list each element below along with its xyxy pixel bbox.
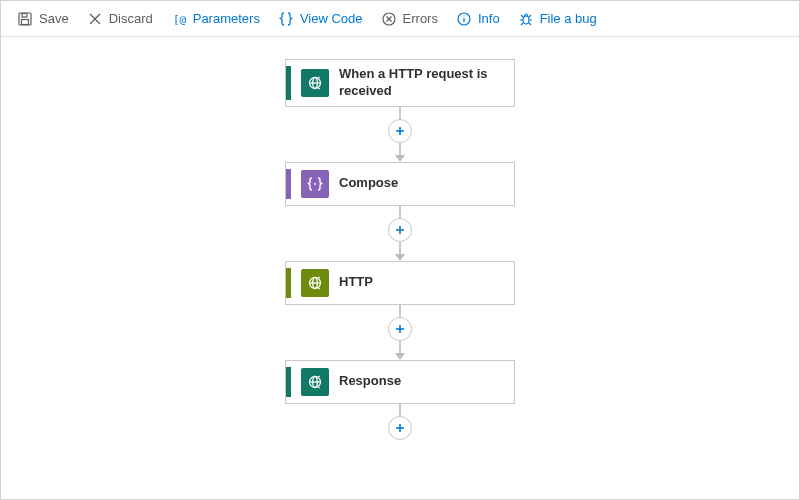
svg-rect-2 (22, 19, 29, 24)
connector (388, 404, 412, 438)
node-title: Response (339, 373, 401, 390)
parameters-button[interactable]: [@] Parameters (163, 7, 268, 31)
bug-icon (518, 11, 534, 27)
error-icon (381, 11, 397, 27)
save-icon (17, 11, 33, 27)
toolbar: Save Discard [@] Parameters View Code Er… (1, 1, 799, 37)
svg-point-18 (314, 183, 316, 185)
node-type-icon (301, 269, 329, 297)
add-step-button[interactable] (388, 218, 412, 242)
node-type-icon (301, 170, 329, 198)
connector (388, 107, 412, 162)
info-label: Info (478, 11, 500, 26)
close-icon (87, 11, 103, 27)
save-label: Save (39, 11, 69, 26)
at-icon: [@] (171, 11, 187, 27)
node-title: HTTP (339, 274, 373, 291)
discard-button[interactable]: Discard (79, 7, 161, 31)
node-accent-bar (286, 66, 291, 100)
arrow-down-icon (395, 353, 405, 360)
workflow-node[interactable]: HTTP (285, 261, 515, 305)
node-type-icon (301, 69, 329, 97)
errors-button[interactable]: Errors (373, 7, 446, 31)
node-accent-bar (286, 268, 291, 298)
node-accent-bar (286, 367, 291, 397)
workflow-node[interactable]: Compose (285, 162, 515, 206)
svg-rect-1 (22, 13, 27, 17)
workflow-node[interactable]: When a HTTP request is received (285, 59, 515, 107)
info-button[interactable]: Info (448, 7, 508, 31)
info-icon (456, 11, 472, 27)
add-step-button[interactable] (388, 317, 412, 341)
connector (388, 206, 412, 261)
svg-text:[@]: [@] (173, 13, 187, 26)
add-step-button[interactable] (388, 119, 412, 143)
node-title: Compose (339, 175, 398, 192)
parameters-label: Parameters (193, 11, 260, 26)
file-bug-label: File a bug (540, 11, 597, 26)
workflow-node[interactable]: Response (285, 360, 515, 404)
file-bug-button[interactable]: File a bug (510, 7, 605, 31)
node-accent-bar (286, 169, 291, 199)
connector (388, 305, 412, 360)
workflow-canvas: When a HTTP request is receivedComposeHT… (1, 37, 799, 499)
svg-point-12 (523, 16, 529, 24)
node-type-icon (301, 368, 329, 396)
errors-label: Errors (403, 11, 438, 26)
add-step-button[interactable] (388, 416, 412, 440)
view-code-label: View Code (300, 11, 363, 26)
arrow-down-icon (395, 155, 405, 162)
arrow-down-icon (395, 254, 405, 261)
braces-icon (278, 11, 294, 27)
save-button[interactable]: Save (9, 7, 77, 31)
node-title: When a HTTP request is received (339, 66, 504, 100)
view-code-button[interactable]: View Code (270, 7, 371, 31)
svg-point-11 (463, 15, 464, 16)
discard-label: Discard (109, 11, 153, 26)
